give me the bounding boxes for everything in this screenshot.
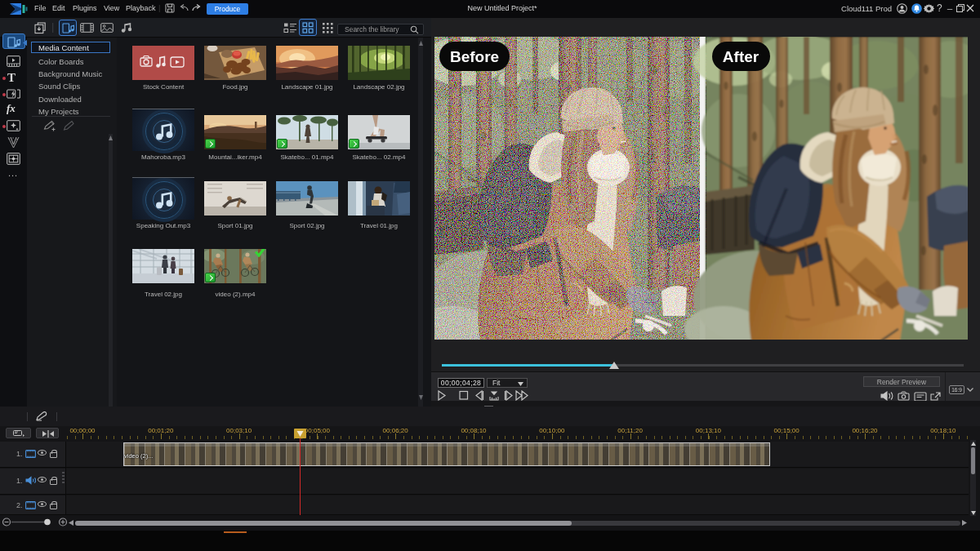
svg-text:After: After: [723, 48, 760, 65]
svg-text:Before: Before: [450, 48, 499, 65]
